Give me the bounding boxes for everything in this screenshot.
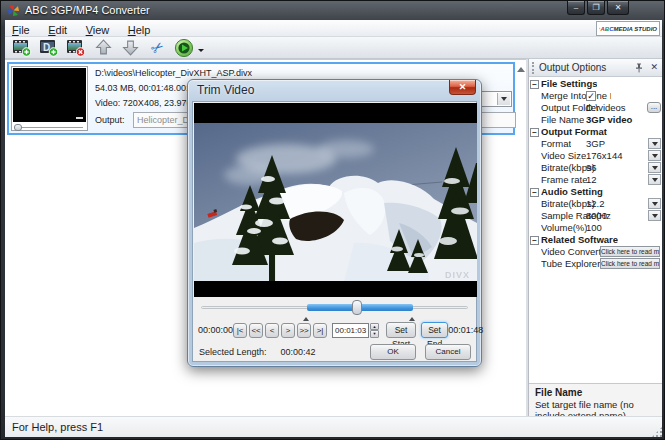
group-output-format[interactable]: − Output Format [529,126,662,138]
brand-rest: MEDIA STUDIO [614,26,657,32]
start-time-label: 00:00:00 [198,325,233,335]
menu-help[interactable]: Help [121,22,158,36]
panel-close-icon[interactable]: ✕ [650,59,658,76]
row-video-converter: Video Converter P Click here to read mor… [529,246,662,258]
combo-dropdown-icon[interactable] [648,150,661,161]
remove-video-icon[interactable] [66,39,86,57]
app-window: ABC 3GP/MP4 Converter – ❐ ✕ File Edit Vi… [0,0,665,440]
row-value: 3GP [586,138,605,150]
panel-title: Output Options [539,59,606,77]
panel-grip-icon [532,62,534,74]
menu-file[interactable]: File [5,22,37,36]
toolbar: D ✂ [5,37,662,59]
combo-arrow-icon[interactable] [497,93,510,105]
row-video-size: Video Size 176x144 [529,150,662,162]
row-video-bitrate: Bitrate(kbps) 96 [529,162,662,174]
row-label: Video Size [541,150,586,162]
rewind-fast-button[interactable]: << [249,323,263,338]
merge-checkbox[interactable]: ✓ [586,91,596,101]
go-first-button[interactable]: |< [233,323,247,338]
group-file-settings[interactable]: − File Settings [529,78,662,90]
cancel-button[interactable]: Cancel [425,344,471,360]
panel-header[interactable]: Output Options ✕ [529,59,662,77]
start-convert-icon[interactable] [174,39,194,57]
brand-logo: ABCMEDIA STUDIO [596,21,660,36]
pin-icon[interactable] [634,63,644,73]
current-time-spinner: 00:01:03 ▲ ▼ [332,323,379,338]
collapse-icon[interactable]: − [530,128,539,137]
read-more-button[interactable]: Click here to read more [600,258,660,269]
step-forward-button[interactable]: > [281,323,295,338]
move-up-icon[interactable] [93,39,113,57]
collapse-icon[interactable]: − [530,188,539,197]
go-last-button[interactable]: >| [313,323,327,338]
title-bar[interactable]: ABC 3GP/MP4 Converter – ❐ ✕ [1,1,665,20]
read-more-button[interactable]: Click here to read more [600,246,660,257]
spin-down-icon[interactable]: ▼ [370,330,379,338]
dialog-close-button[interactable]: ✕ [449,80,476,95]
svg-text:DIVX: DIVX [445,270,470,280]
set-end-button[interactable]: Set End [421,322,448,338]
video-thumbnail [13,68,86,122]
combo-dropdown-icon[interactable] [648,162,661,173]
output-label: Output: [95,115,125,125]
thumb-divx-mark [76,117,83,119]
minimize-button[interactable]: – [567,1,585,15]
combo-dropdown-icon[interactable] [648,198,661,209]
group-label: File Settings [541,78,597,90]
set-start-button[interactable]: Set Start [386,322,416,338]
app-icon [7,4,20,17]
row-label: File Name [541,114,584,126]
output-options-panel: Output Options ✕ − File Settings Merge I… [528,59,662,416]
thumb-slider-track[interactable] [15,127,83,128]
window-title: ABC 3GP/MP4 Converter [25,1,150,20]
collapse-icon[interactable]: − [530,80,539,89]
trim-bottom-row: Selected Length: 00:00:42 OK Cancel [199,343,471,360]
combo-dropdown-icon[interactable] [648,138,661,149]
trim-slider-thumb[interactable] [352,300,362,315]
combo-dropdown-icon[interactable] [648,210,661,221]
current-time-value[interactable]: 00:01:03 [332,323,369,338]
row-value: 8000 [586,210,607,222]
group-related-software[interactable]: − Related Software [529,234,662,246]
collapse-icon[interactable]: − [530,236,539,245]
step-back-button[interactable]: < [265,323,279,338]
row-value: 96 [586,162,597,174]
move-down-icon[interactable] [120,39,140,57]
dialog-title: Trim Video [197,80,254,101]
spin-up-icon[interactable]: ▲ [370,323,379,331]
convert-more-icon[interactable] [198,49,204,55]
combo-dropdown-icon[interactable] [648,174,661,185]
row-label: Volume(%) [541,222,587,234]
row-output-folder: Output Folder D:\videos ... [529,102,662,114]
file-path: D:\videos\Helicopter_DivXHT_ASP.divx [95,68,252,78]
video-frame: DIVX [194,123,477,281]
ok-button[interactable]: OK [370,344,416,360]
group-label: Related Software [541,234,618,246]
close-button[interactable]: ✕ [607,1,629,15]
row-label: Format [541,138,571,150]
dialog-body: DIVX 00:00:00 |< << < > >> >| 00:01:03 ▲ [192,101,477,362]
brand-text: ABCMEDIA STUDIO [601,26,657,32]
trim-video-icon[interactable]: ✂ [147,39,167,57]
row-format: Format 3GP [529,138,662,150]
browse-button[interactable]: ... [647,102,661,113]
maximize-button[interactable]: ❐ [587,1,605,15]
scroll-up-icon[interactable] [517,63,525,72]
row-value[interactable]: 3GP video [586,114,632,126]
menu-bar: File Edit View Help ABCMEDIA STUDIO [5,20,662,37]
menu-view[interactable]: View [79,22,117,36]
row-label: Frame rate [541,174,587,186]
status-text: For Help, press F1 [12,421,103,433]
add-video-icon[interactable] [12,39,32,57]
add-divx-icon[interactable]: D [39,39,59,57]
group-audio-setting[interactable]: − Audio Setting [529,186,662,198]
forward-fast-button[interactable]: >> [297,323,311,338]
row-file-name: File Name 3GP video [529,114,662,126]
row-label: Tube Explorer [541,258,600,270]
menu-edit[interactable]: Edit [41,22,74,36]
video-preview: DIVX [194,103,477,297]
row-sample-rate: Sample Rate(Hz) 8000 [529,210,662,222]
row-value[interactable]: 100 [586,222,602,234]
thumb-slider-handle[interactable] [14,124,22,131]
